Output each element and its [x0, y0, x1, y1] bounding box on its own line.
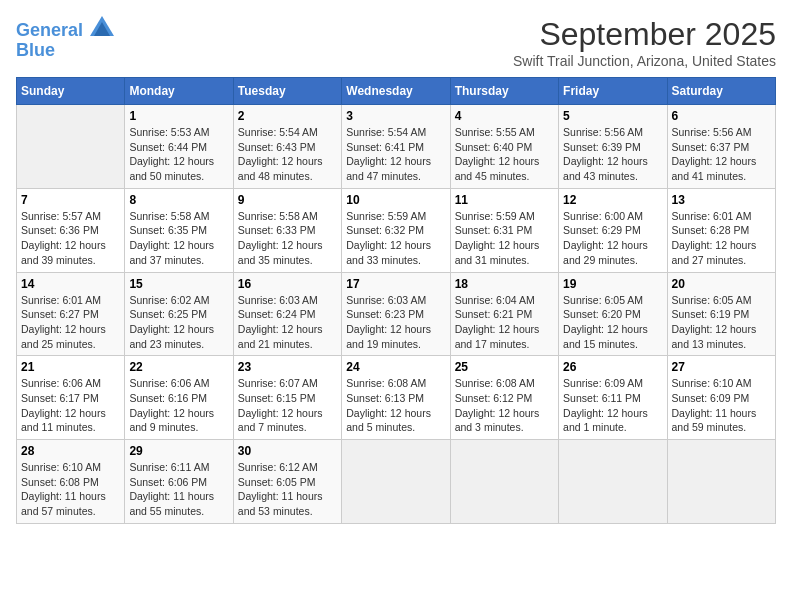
day-number: 2 — [238, 109, 337, 123]
calendar-table: SundayMondayTuesdayWednesdayThursdayFrid… — [16, 77, 776, 524]
calendar-cell: 29Sunrise: 6:11 AM Sunset: 6:06 PM Dayli… — [125, 440, 233, 524]
calendar-cell — [17, 105, 125, 189]
calendar-cell: 17Sunrise: 6:03 AM Sunset: 6:23 PM Dayli… — [342, 272, 450, 356]
day-number: 14 — [21, 277, 120, 291]
day-info: Sunrise: 5:59 AM Sunset: 6:32 PM Dayligh… — [346, 209, 445, 268]
calendar-cell: 12Sunrise: 6:00 AM Sunset: 6:29 PM Dayli… — [559, 188, 667, 272]
calendar-cell: 5Sunrise: 5:56 AM Sunset: 6:39 PM Daylig… — [559, 105, 667, 189]
calendar-cell: 7Sunrise: 5:57 AM Sunset: 6:36 PM Daylig… — [17, 188, 125, 272]
calendar-week-row: 1Sunrise: 5:53 AM Sunset: 6:44 PM Daylig… — [17, 105, 776, 189]
column-header-saturday: Saturday — [667, 78, 775, 105]
day-number: 7 — [21, 193, 120, 207]
calendar-cell: 24Sunrise: 6:08 AM Sunset: 6:13 PM Dayli… — [342, 356, 450, 440]
day-info: Sunrise: 6:08 AM Sunset: 6:12 PM Dayligh… — [455, 376, 554, 435]
calendar-cell — [559, 440, 667, 524]
day-info: Sunrise: 6:08 AM Sunset: 6:13 PM Dayligh… — [346, 376, 445, 435]
column-header-sunday: Sunday — [17, 78, 125, 105]
calendar-cell: 14Sunrise: 6:01 AM Sunset: 6:27 PM Dayli… — [17, 272, 125, 356]
calendar-week-row: 7Sunrise: 5:57 AM Sunset: 6:36 PM Daylig… — [17, 188, 776, 272]
title-block: September 2025 Swift Trail Junction, Ari… — [513, 16, 776, 69]
day-info: Sunrise: 6:01 AM Sunset: 6:27 PM Dayligh… — [21, 293, 120, 352]
day-info: Sunrise: 6:00 AM Sunset: 6:29 PM Dayligh… — [563, 209, 662, 268]
calendar-cell — [450, 440, 558, 524]
day-number: 9 — [238, 193, 337, 207]
day-number: 1 — [129, 109, 228, 123]
calendar-cell: 22Sunrise: 6:06 AM Sunset: 6:16 PM Dayli… — [125, 356, 233, 440]
calendar-week-row: 21Sunrise: 6:06 AM Sunset: 6:17 PM Dayli… — [17, 356, 776, 440]
day-info: Sunrise: 6:12 AM Sunset: 6:05 PM Dayligh… — [238, 460, 337, 519]
day-number: 21 — [21, 360, 120, 374]
day-info: Sunrise: 5:54 AM Sunset: 6:41 PM Dayligh… — [346, 125, 445, 184]
calendar-cell: 2Sunrise: 5:54 AM Sunset: 6:43 PM Daylig… — [233, 105, 341, 189]
day-info: Sunrise: 5:58 AM Sunset: 6:35 PM Dayligh… — [129, 209, 228, 268]
day-info: Sunrise: 6:09 AM Sunset: 6:11 PM Dayligh… — [563, 376, 662, 435]
column-header-monday: Monday — [125, 78, 233, 105]
day-info: Sunrise: 5:56 AM Sunset: 6:39 PM Dayligh… — [563, 125, 662, 184]
calendar-cell: 11Sunrise: 5:59 AM Sunset: 6:31 PM Dayli… — [450, 188, 558, 272]
day-number: 13 — [672, 193, 771, 207]
calendar-cell: 1Sunrise: 5:53 AM Sunset: 6:44 PM Daylig… — [125, 105, 233, 189]
day-number: 10 — [346, 193, 445, 207]
column-header-thursday: Thursday — [450, 78, 558, 105]
location: Swift Trail Junction, Arizona, United St… — [513, 53, 776, 69]
month-title: September 2025 — [513, 16, 776, 53]
day-number: 4 — [455, 109, 554, 123]
day-number: 5 — [563, 109, 662, 123]
calendar-cell: 13Sunrise: 6:01 AM Sunset: 6:28 PM Dayli… — [667, 188, 775, 272]
calendar-cell: 28Sunrise: 6:10 AM Sunset: 6:08 PM Dayli… — [17, 440, 125, 524]
calendar-cell: 23Sunrise: 6:07 AM Sunset: 6:15 PM Dayli… — [233, 356, 341, 440]
day-number: 18 — [455, 277, 554, 291]
day-info: Sunrise: 5:55 AM Sunset: 6:40 PM Dayligh… — [455, 125, 554, 184]
calendar-cell: 18Sunrise: 6:04 AM Sunset: 6:21 PM Dayli… — [450, 272, 558, 356]
day-number: 27 — [672, 360, 771, 374]
calendar-cell: 27Sunrise: 6:10 AM Sunset: 6:09 PM Dayli… — [667, 356, 775, 440]
day-info: Sunrise: 5:56 AM Sunset: 6:37 PM Dayligh… — [672, 125, 771, 184]
day-number: 3 — [346, 109, 445, 123]
calendar-cell: 26Sunrise: 6:09 AM Sunset: 6:11 PM Dayli… — [559, 356, 667, 440]
logo-icon — [90, 16, 114, 36]
day-number: 29 — [129, 444, 228, 458]
day-number: 24 — [346, 360, 445, 374]
calendar-cell: 3Sunrise: 5:54 AM Sunset: 6:41 PM Daylig… — [342, 105, 450, 189]
day-number: 8 — [129, 193, 228, 207]
page-header: General Blue September 2025 Swift Trail … — [16, 16, 776, 69]
day-number: 30 — [238, 444, 337, 458]
calendar-header-row: SundayMondayTuesdayWednesdayThursdayFrid… — [17, 78, 776, 105]
calendar-cell: 15Sunrise: 6:02 AM Sunset: 6:25 PM Dayli… — [125, 272, 233, 356]
day-number: 25 — [455, 360, 554, 374]
logo: General Blue — [16, 16, 114, 61]
day-info: Sunrise: 5:58 AM Sunset: 6:33 PM Dayligh… — [238, 209, 337, 268]
calendar-cell: 10Sunrise: 5:59 AM Sunset: 6:32 PM Dayli… — [342, 188, 450, 272]
day-info: Sunrise: 5:53 AM Sunset: 6:44 PM Dayligh… — [129, 125, 228, 184]
day-number: 23 — [238, 360, 337, 374]
day-number: 16 — [238, 277, 337, 291]
day-info: Sunrise: 6:05 AM Sunset: 6:19 PM Dayligh… — [672, 293, 771, 352]
day-info: Sunrise: 6:07 AM Sunset: 6:15 PM Dayligh… — [238, 376, 337, 435]
calendar-cell: 19Sunrise: 6:05 AM Sunset: 6:20 PM Dayli… — [559, 272, 667, 356]
calendar-cell: 9Sunrise: 5:58 AM Sunset: 6:33 PM Daylig… — [233, 188, 341, 272]
calendar-cell: 16Sunrise: 6:03 AM Sunset: 6:24 PM Dayli… — [233, 272, 341, 356]
day-number: 20 — [672, 277, 771, 291]
day-number: 6 — [672, 109, 771, 123]
column-header-wednesday: Wednesday — [342, 78, 450, 105]
calendar-week-row: 28Sunrise: 6:10 AM Sunset: 6:08 PM Dayli… — [17, 440, 776, 524]
calendar-cell: 21Sunrise: 6:06 AM Sunset: 6:17 PM Dayli… — [17, 356, 125, 440]
logo-text: General — [16, 16, 114, 41]
day-number: 12 — [563, 193, 662, 207]
day-info: Sunrise: 6:06 AM Sunset: 6:17 PM Dayligh… — [21, 376, 120, 435]
day-info: Sunrise: 6:04 AM Sunset: 6:21 PM Dayligh… — [455, 293, 554, 352]
day-info: Sunrise: 6:05 AM Sunset: 6:20 PM Dayligh… — [563, 293, 662, 352]
logo-line2: Blue — [16, 41, 114, 61]
calendar-cell: 30Sunrise: 6:12 AM Sunset: 6:05 PM Dayli… — [233, 440, 341, 524]
calendar-cell — [667, 440, 775, 524]
day-info: Sunrise: 6:10 AM Sunset: 6:09 PM Dayligh… — [672, 376, 771, 435]
column-header-friday: Friday — [559, 78, 667, 105]
day-info: Sunrise: 6:10 AM Sunset: 6:08 PM Dayligh… — [21, 460, 120, 519]
day-info: Sunrise: 5:57 AM Sunset: 6:36 PM Dayligh… — [21, 209, 120, 268]
day-info: Sunrise: 6:06 AM Sunset: 6:16 PM Dayligh… — [129, 376, 228, 435]
calendar-cell: 25Sunrise: 6:08 AM Sunset: 6:12 PM Dayli… — [450, 356, 558, 440]
day-info: Sunrise: 6:01 AM Sunset: 6:28 PM Dayligh… — [672, 209, 771, 268]
calendar-cell: 8Sunrise: 5:58 AM Sunset: 6:35 PM Daylig… — [125, 188, 233, 272]
day-number: 22 — [129, 360, 228, 374]
day-number: 17 — [346, 277, 445, 291]
